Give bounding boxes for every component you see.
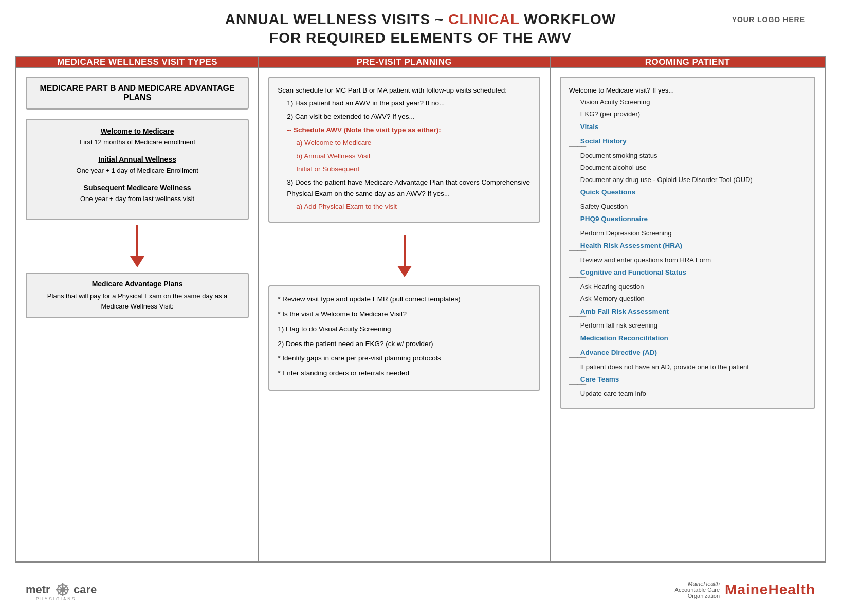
- medicare-advantage-desc: Plans that will pay for a Physical Exam …: [35, 291, 240, 311]
- page-wrapper: ANNUAL WELLNESS VISITS ~ CLINICAL WORKFL…: [0, 0, 841, 616]
- previsit-item2: 2) Can visit be extended to AWV? If yes.…: [287, 111, 531, 122]
- rooming-phq9-label: PHQ9 Questionnaire: [580, 213, 648, 225]
- rooming-med-row: ____ Medication Reconcilitation: [569, 333, 806, 347]
- maine-health-aco: Accountable Care: [675, 587, 720, 593]
- arrow-head: [130, 256, 144, 267]
- previsit-box2: * Review visit type and update EMR (pull…: [268, 285, 540, 391]
- page-header: ANNUAL WELLNESS VISITS ~ CLINICAL WORKFL…: [15, 10, 826, 48]
- medicare-advantage-title: Medicare Advantage Plans: [35, 280, 240, 288]
- rooming-phq9-dash: ____: [569, 214, 580, 227]
- metro-logo: metr care PHYSICIANS: [26, 577, 108, 603]
- visit-type-initial-desc: One year + 1 day of Medicare Enrollment: [76, 167, 198, 174]
- rooming-ad-desc: If patient does not have an AD, provide …: [580, 362, 806, 372]
- footer-labels: MaineHealth Accountable Care Organizatio…: [675, 581, 720, 599]
- title-clinical: CLINICAL: [448, 11, 519, 27]
- title-line2: FOR REQUIRED ELEMENTS OF THE AWV: [269, 30, 572, 46]
- col1-content: MEDICARE PART B AND MEDICARE ADVANTAGE P…: [16, 68, 258, 428]
- col3-content: Welcome to Medicare visit? If yes... Vis…: [551, 68, 825, 428]
- rooming-alcohol: Document alcohol use: [580, 162, 806, 173]
- schedule-note: (Note the visit type as either):: [342, 126, 441, 134]
- rooming-memory: Ask Memory question: [580, 294, 806, 304]
- rooming-depression: Perform Depression Screening: [580, 228, 806, 239]
- maine-health-footer: MaineHealth Accountable Care Organizatio…: [675, 581, 815, 599]
- rooming-hra-dash: ____: [569, 241, 580, 254]
- footer-right-inner: MaineHealth Accountable Care Organizatio…: [675, 581, 815, 599]
- rooming-care-desc: Update care team info: [580, 389, 806, 399]
- maine-health-brand: MaineHealth: [725, 582, 815, 598]
- col2-content: Scan schedule for MC Part B or MA patien…: [259, 68, 550, 428]
- rooming-drugs: Document any drug use - Opioid Use Disor…: [580, 175, 806, 185]
- rooming-ekg: EKG? (per provider): [580, 109, 806, 119]
- schedule-prefix: --: [287, 126, 294, 134]
- page-footer: metr care PHYSICIANS MaineHealth Account…: [15, 568, 826, 606]
- metro-logo-svg: metr care PHYSICIANS: [26, 577, 108, 603]
- rooming-welcome-text: Welcome to Medicare visit? If yes...: [569, 86, 674, 94]
- col2-arrow: [268, 230, 540, 282]
- rooming-hra-desc: Review and enter questions from HRA Form: [580, 255, 806, 265]
- svg-text:metr: metr: [26, 583, 50, 596]
- rooming-hra-label: Health Risk Assessment (HRA): [580, 240, 682, 252]
- rooming-ad-label: Advance Directive (AD): [580, 347, 657, 359]
- rooming-quick-row: ____ Quick Questions: [569, 187, 806, 201]
- previsit-sub1: 1) Flag to do Visual Acuity Screening: [278, 323, 531, 335]
- rooming-box: Welcome to Medicare visit? If yes... Vis…: [560, 77, 815, 409]
- rooming-social-row: ____ Social History: [569, 136, 806, 150]
- col3-body: Welcome to Medicare visit? If yes... Vis…: [550, 68, 825, 562]
- svg-text:care: care: [74, 583, 97, 596]
- previsit-schedule: -- Schedule AWV (Note the visit type as …: [287, 124, 531, 136]
- arrow-head2: [397, 266, 412, 277]
- rooming-vitals-label: Vitals: [580, 121, 599, 133]
- rooming-fall-dash: ____: [569, 306, 580, 320]
- schedule-link: Schedule AWV: [294, 126, 342, 134]
- previsit-bullet4: * Enter standing orders or referrals nee…: [278, 368, 531, 379]
- rooming-fall-row: ____ Amb Fall Risk Assessment: [569, 306, 806, 320]
- rooming-fall-desc: Perform fall risk screening: [580, 320, 806, 331]
- medicare-advantage-box: Medicare Advantage Plans Plans that will…: [26, 273, 249, 318]
- rooming-smoking: Document smoking status: [580, 151, 806, 161]
- visit-type-initial: Initial Annual Wellness One year + 1 day…: [36, 155, 239, 175]
- rooming-med-label: Medication Reconcilitation: [580, 333, 668, 345]
- visit-type-welcome-label: Welcome to Medicare: [36, 127, 239, 135]
- arrow-line2: [404, 235, 406, 266]
- col1-arrow: [26, 225, 249, 267]
- previsit-option-c: Initial or Subsequent: [296, 164, 531, 175]
- rooming-vitals-dash: ____: [569, 122, 580, 135]
- rooming-vision: Vision Acuity Screening: [580, 97, 806, 107]
- main-title: ANNUAL WELLNESS VISITS ~ CLINICAL WORKFL…: [15, 10, 826, 48]
- col2-body: Scan schedule for MC Part B or MA patien…: [259, 68, 550, 562]
- logo-placeholder: YOUR LOGO HERE: [732, 15, 805, 24]
- maine-health-org: Organization: [675, 593, 720, 599]
- title-line1-suffix: WORKFLOW: [519, 11, 616, 27]
- visit-type-welcome: Welcome to Medicare First 12 months of M…: [36, 127, 239, 147]
- rooming-social-label: Social History: [580, 136, 627, 148]
- rooming-quick-label: Quick Questions: [580, 187, 635, 198]
- rooming-hra-row: ____ Health Risk Assessment (HRA): [569, 240, 806, 254]
- visit-type-welcome-desc: First 12 months of Medicare enrollment: [79, 138, 195, 146]
- rooming-fall-label: Amb Fall Risk Assessment: [580, 306, 669, 318]
- visit-type-subsequent: Subsequent Medicare Wellness One year + …: [36, 184, 239, 204]
- rooming-quick-dash: ____: [569, 187, 580, 201]
- rooming-cognitive-label: Cognitive and Functional Status: [580, 267, 686, 279]
- rooming-safety: Safety Question: [580, 202, 806, 212]
- visit-type-subsequent-label: Subsequent Medicare Wellness: [36, 184, 239, 192]
- col3-header: ROOMING PATIENT: [550, 57, 825, 68]
- previsit-bullet2: * Is the visit a Welcome to Medicare Vis…: [278, 309, 531, 320]
- rooming-care-label: Care Teams: [580, 374, 619, 386]
- rooming-vitals-row: ____ Vitals: [569, 121, 806, 135]
- previsit-item1: 1) Has patient had an AWV in the past ye…: [287, 98, 531, 109]
- previsit-box1: Scan schedule for MC Part B or MA patien…: [268, 77, 540, 223]
- medicare-main-box: MEDICARE PART B AND MEDICARE ADVANTAGE P…: [26, 77, 249, 110]
- col1-body: MEDICARE PART B AND MEDICARE ADVANTAGE P…: [16, 68, 259, 562]
- rooming-ad-row: ____ Advance Directive (AD): [569, 347, 806, 361]
- rooming-hearing: Ask Hearing question: [580, 282, 806, 292]
- maine-health-label: MaineHealth: [675, 581, 720, 587]
- visit-type-subsequent-desc: One year + day from last wellness visit: [80, 195, 194, 203]
- main-table: MEDICARE WELLNESS VISIT TYPES PRE-VISIT …: [15, 56, 826, 563]
- visit-type-initial-label: Initial Annual Wellness: [36, 155, 239, 164]
- col2-arrow-inner: [397, 235, 412, 277]
- svg-text:PHYSICIANS: PHYSICIANS: [36, 596, 76, 601]
- previsit-option-b: b) Annual Wellness Visit: [296, 151, 531, 162]
- previsit-item3: 3) Does the patient have Medicare Advant…: [287, 177, 531, 199]
- col2-header: PRE-VISIT PLANNING: [259, 57, 550, 68]
- rooming-care-row: ____ Care Teams: [569, 374, 806, 388]
